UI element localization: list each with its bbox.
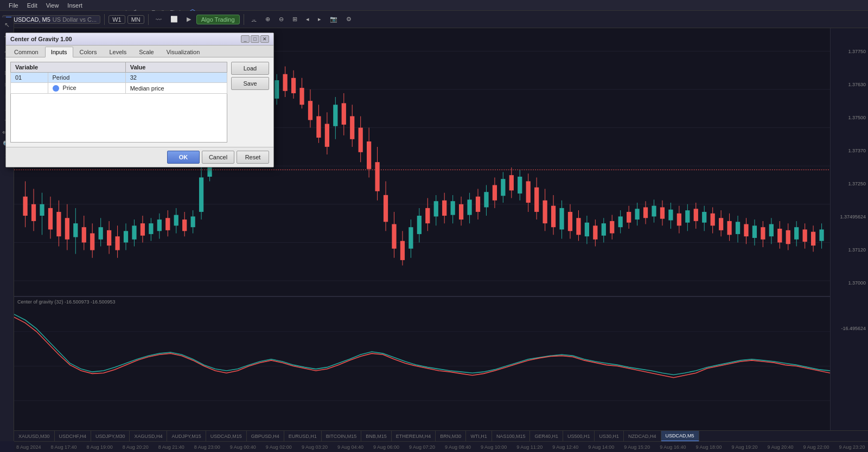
table-row[interactable]: Price Median price [11, 83, 227, 94]
tab-visualization[interactable]: Visualization [161, 47, 206, 57]
dialog-content: Variable Value 01 Period 32 Price [6, 57, 273, 147]
row-value-1[interactable]: 32 [125, 73, 227, 83]
dialog-window-controls: _ □ ✕ [241, 35, 269, 43]
dialog-action-buttons: Load Save [231, 62, 269, 90]
variables-table: Variable Value 01 Period 32 Price [10, 62, 227, 94]
tab-common[interactable]: Common [8, 47, 44, 57]
dialog-overlay: Center of Gravity 1.00 _ □ ✕ Common Inpu… [0, 0, 868, 452]
load-button[interactable]: Load [231, 62, 269, 75]
dialog-close-btn[interactable]: ✕ [260, 35, 269, 43]
cancel-button[interactable]: Cancel [202, 151, 234, 164]
price-label: Price [63, 85, 76, 91]
ok-button[interactable]: OK [167, 151, 200, 164]
dialog-minimize-btn[interactable]: _ [241, 35, 250, 43]
val-col-header: Value [125, 62, 227, 73]
tab-scale[interactable]: Scale [133, 47, 160, 57]
price-color-icon [53, 85, 59, 92]
dialog-maximize-btn[interactable]: □ [251, 35, 259, 43]
tab-colors[interactable]: Colors [74, 47, 103, 57]
indicator-settings-dialog[interactable]: Center of Gravity 1.00 _ □ ✕ Common Inpu… [5, 33, 274, 167]
row-name-2: Price [48, 83, 125, 94]
save-button[interactable]: Save [231, 77, 269, 90]
dialog-titlebar[interactable]: Center of Gravity 1.00 _ □ ✕ [6, 33, 273, 46]
dialog-title: Center of Gravity 1.00 [10, 36, 72, 42]
tab-levels[interactable]: Levels [103, 47, 132, 57]
dialog-bottom-buttons: OK Cancel Reset [6, 147, 273, 167]
table-row[interactable]: 01 Period 32 [11, 73, 227, 83]
dialog-tab-bar: Common Inputs Colors Levels Scale Visual… [6, 46, 273, 57]
var-col-header: Variable [11, 62, 126, 73]
row-name-1: Period [48, 73, 125, 83]
row-num-2 [11, 83, 48, 94]
row-value-2[interactable]: Median price [125, 83, 227, 94]
empty-table-area [10, 94, 227, 143]
tab-inputs[interactable]: Inputs [45, 47, 73, 57]
row-num-1: 01 [11, 73, 48, 83]
reset-button[interactable]: Reset [237, 151, 269, 164]
